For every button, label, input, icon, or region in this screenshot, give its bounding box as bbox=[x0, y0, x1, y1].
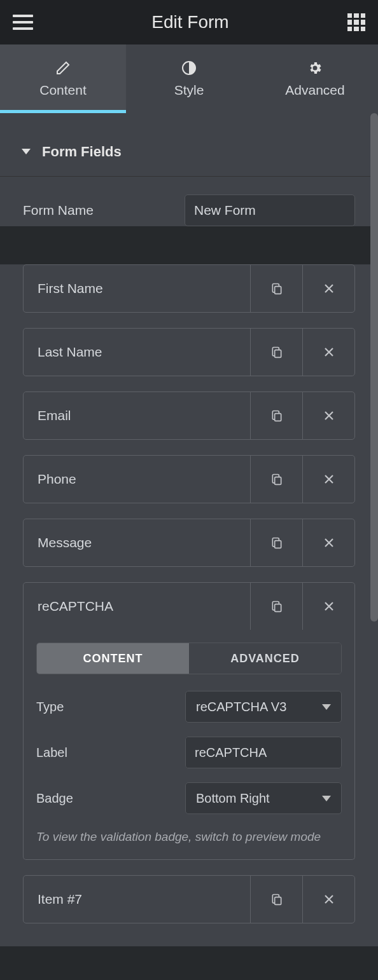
duplicate-button[interactable] bbox=[250, 265, 302, 312]
field-item-first-name[interactable]: First Name bbox=[23, 264, 355, 313]
sub-tab-advanced[interactable]: ADVANCED bbox=[189, 643, 341, 674]
svg-rect-2 bbox=[274, 350, 281, 358]
close-icon bbox=[323, 473, 335, 485]
form-name-row: Form Name bbox=[23, 194, 355, 226]
type-row: Type reCAPTCHA V3 bbox=[36, 691, 342, 723]
scrollbar-thumb[interactable] bbox=[370, 113, 378, 622]
section-form-fields[interactable]: Form Fields bbox=[0, 127, 378, 177]
close-icon bbox=[323, 537, 335, 548]
field-item-email[interactable]: Email bbox=[23, 391, 355, 440]
label-label: Label bbox=[36, 745, 185, 760]
form-name-input[interactable] bbox=[185, 194, 355, 226]
badge-value: Bottom Right bbox=[196, 791, 270, 806]
tab-content[interactable]: Content bbox=[0, 44, 126, 113]
contrast-icon bbox=[181, 60, 197, 76]
remove-button[interactable] bbox=[302, 456, 354, 503]
field-item-7[interactable]: Item #7 bbox=[23, 875, 355, 923]
field-item-last-name[interactable]: Last Name bbox=[23, 328, 355, 376]
remove-button[interactable] bbox=[302, 876, 354, 923]
svg-rect-6 bbox=[274, 604, 281, 612]
remove-button[interactable] bbox=[302, 392, 354, 439]
copy-icon bbox=[270, 892, 283, 906]
field-item-recaptcha[interactable]: reCAPTCHA bbox=[23, 582, 355, 630]
badge-hint: To view the validation badge, switch to … bbox=[36, 828, 342, 847]
duplicate-button[interactable] bbox=[250, 519, 302, 566]
field-label[interactable]: Email bbox=[24, 392, 250, 439]
duplicate-button[interactable] bbox=[250, 456, 302, 503]
pencil-icon bbox=[55, 60, 71, 76]
field-label[interactable]: reCAPTCHA bbox=[24, 583, 250, 630]
gear-icon bbox=[307, 60, 323, 76]
copy-icon bbox=[270, 345, 283, 359]
duplicate-button[interactable] bbox=[250, 329, 302, 376]
label-input[interactable] bbox=[186, 737, 342, 768]
badge-label: Badge bbox=[36, 791, 185, 806]
top-bar: Edit Form bbox=[0, 0, 378, 44]
copy-icon bbox=[270, 282, 283, 296]
remove-button[interactable] bbox=[302, 583, 354, 630]
remove-button[interactable] bbox=[302, 265, 354, 312]
remove-button[interactable] bbox=[302, 329, 354, 376]
type-select[interactable]: reCAPTCHA V3 bbox=[185, 691, 342, 723]
tab-label: Content bbox=[39, 83, 87, 98]
tab-style[interactable]: Style bbox=[126, 44, 252, 113]
sub-tab-content[interactable]: CONTENT bbox=[37, 643, 189, 674]
field-label[interactable]: Item #7 bbox=[24, 876, 250, 923]
apps-grid-icon[interactable] bbox=[347, 13, 365, 31]
type-value: reCAPTCHA V3 bbox=[196, 700, 286, 714]
field-label[interactable]: First Name bbox=[24, 265, 250, 312]
copy-icon bbox=[270, 409, 283, 423]
label-row: Label bbox=[36, 737, 342, 768]
main-tabs: Content Style Advanced bbox=[0, 44, 378, 113]
field-item-phone[interactable]: Phone bbox=[23, 455, 355, 503]
close-icon bbox=[323, 601, 335, 612]
panel: Form Fields Form Name First Name Last Na… bbox=[0, 113, 378, 946]
chevron-down-icon bbox=[322, 796, 331, 801]
tab-advanced[interactable]: Advanced bbox=[252, 44, 378, 113]
copy-icon bbox=[270, 472, 283, 486]
copy-icon bbox=[270, 599, 283, 613]
close-icon bbox=[323, 410, 335, 421]
field-item-message[interactable]: Message bbox=[23, 519, 355, 567]
svg-rect-5 bbox=[274, 541, 281, 548]
close-icon bbox=[323, 346, 335, 358]
page-title: Edit Form bbox=[151, 12, 228, 32]
svg-rect-3 bbox=[274, 414, 281, 421]
duplicate-button[interactable] bbox=[250, 392, 302, 439]
form-name-label: Form Name bbox=[23, 203, 185, 218]
svg-rect-4 bbox=[274, 477, 281, 485]
badge-row: Badge Bottom Right bbox=[36, 782, 342, 814]
menu-icon[interactable] bbox=[13, 15, 33, 30]
tab-label: Style bbox=[174, 83, 204, 98]
remove-button[interactable] bbox=[302, 519, 354, 566]
field-label[interactable]: Last Name bbox=[24, 329, 250, 376]
tab-label: Advanced bbox=[285, 83, 344, 98]
field-list: First Name Last Name Email Phone Message bbox=[0, 264, 378, 946]
field-label[interactable]: Phone bbox=[24, 456, 250, 503]
svg-rect-1 bbox=[274, 287, 281, 294]
type-label: Type bbox=[36, 700, 185, 714]
section-title: Form Fields bbox=[42, 144, 122, 160]
duplicate-button[interactable] bbox=[250, 583, 302, 630]
sub-tabs: CONTENT ADVANCED bbox=[36, 643, 342, 674]
copy-icon bbox=[270, 536, 283, 550]
close-icon bbox=[323, 283, 335, 294]
badge-select[interactable]: Bottom Right bbox=[185, 782, 342, 814]
field-expanded-panel: CONTENT ADVANCED Type reCAPTCHA V3 Label bbox=[23, 627, 355, 860]
svg-rect-8 bbox=[274, 897, 281, 904]
field-label[interactable]: Message bbox=[24, 519, 250, 566]
chevron-down-icon bbox=[22, 149, 31, 154]
chevron-down-icon bbox=[322, 704, 331, 710]
scrollbar[interactable] bbox=[370, 113, 378, 698]
close-icon bbox=[323, 894, 335, 905]
duplicate-button[interactable] bbox=[250, 876, 302, 923]
